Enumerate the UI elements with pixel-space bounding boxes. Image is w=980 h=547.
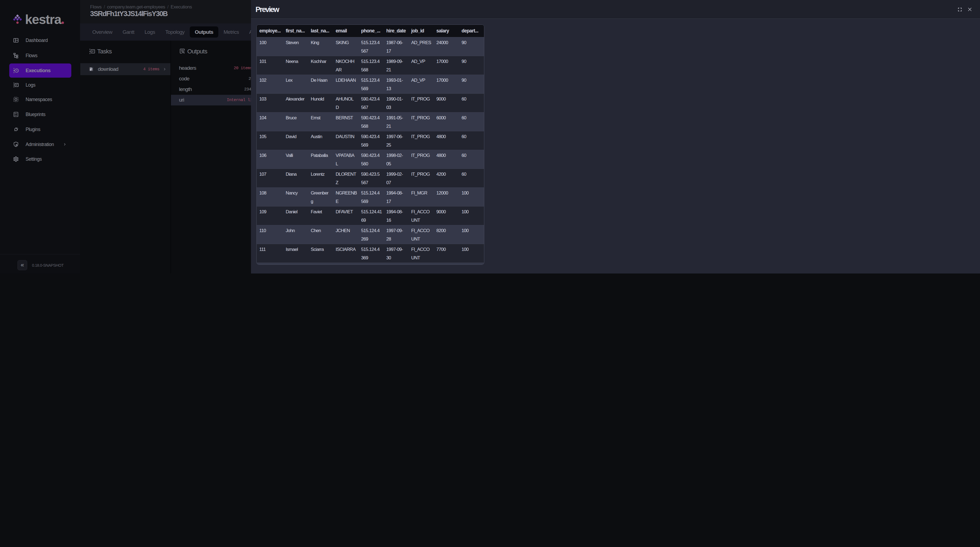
svg-text:HTTP: HTTP — [90, 68, 92, 69]
